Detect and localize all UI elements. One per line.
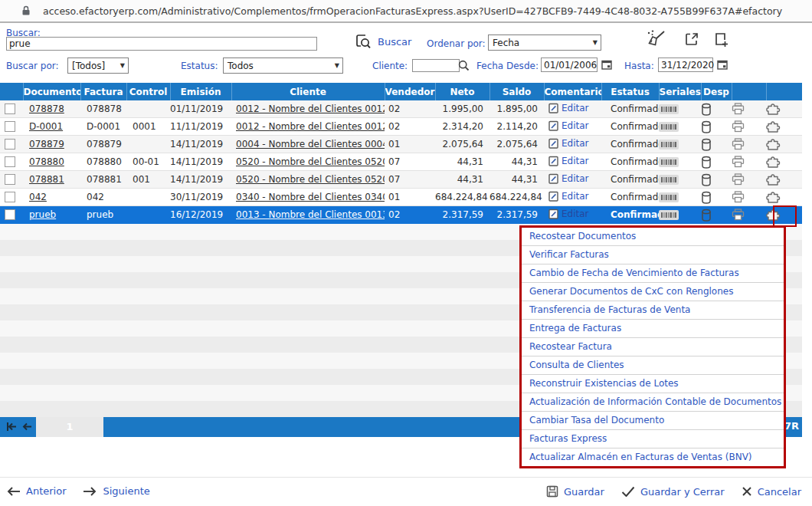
table-row[interactable]: 078881 078881 001 14/11/2019 0520 - Nomb… <box>0 171 802 189</box>
barcode-icon[interactable] <box>659 210 701 220</box>
documento-link[interactable]: D-0001 <box>29 121 63 132</box>
context-menu-item[interactable]: Generar Documentos de CxC con Renglones <box>522 283 784 301</box>
table-row[interactable]: 078879 078879 14/11/2019 0004 - Nombre d… <box>0 136 802 153</box>
context-menu-item[interactable]: Recostear Documentos <box>522 228 784 246</box>
row-checkbox[interactable] <box>5 174 15 185</box>
cliente-link[interactable]: 0520 - Nombre del Clientes 0520 <box>236 174 385 185</box>
header-vendedor[interactable]: Vendedor <box>385 83 435 100</box>
context-menu-item[interactable]: Entrega de Facturas <box>522 320 784 338</box>
editar-link[interactable]: Editar <box>548 156 589 166</box>
row-checkbox[interactable] <box>5 104 15 114</box>
context-menu-item[interactable]: Actualización de Información Contable de… <box>522 393 784 412</box>
documento-link[interactable]: 042 <box>29 192 47 202</box>
editar-link[interactable]: Editar <box>548 209 589 219</box>
cliente-link[interactable]: 0012 - Nombre del Clientes 0012 <box>236 104 385 114</box>
barcode-icon[interactable] <box>659 104 701 114</box>
prev-page-icon[interactable] <box>21 422 32 432</box>
header-control[interactable]: Control <box>126 83 170 100</box>
printer-icon[interactable] <box>732 156 766 168</box>
context-menu-item[interactable]: Consulta de Clientes <box>522 356 784 375</box>
table-row[interactable]: D-0001 D-0001 0001 11/11/2019 0012 - Nom… <box>0 118 802 136</box>
row-checkbox[interactable] <box>5 139 15 150</box>
database-icon[interactable] <box>701 156 732 169</box>
row-checkbox[interactable] <box>5 121 15 132</box>
header-emision[interactable]: Emisión <box>170 83 231 100</box>
printer-icon[interactable] <box>732 138 766 150</box>
header-cliente[interactable]: Cliente <box>231 83 385 100</box>
fecha-desde-input[interactable]: 01/01/2006 <box>541 58 598 72</box>
fecha-desde-calendar-button[interactable] <box>601 59 612 70</box>
new-document-button[interactable] <box>713 31 729 48</box>
puzzle-icon[interactable] <box>766 190 802 204</box>
puzzle-icon[interactable] <box>766 137 802 151</box>
database-icon[interactable] <box>701 120 732 133</box>
context-menu-item[interactable]: Cambio de Fecha de Vencimiento de Factur… <box>522 264 784 283</box>
cancelar-button[interactable]: Cancelar <box>742 486 801 498</box>
cliente-link[interactable]: 0340 - Nombre del Clientes 0340 <box>236 192 385 202</box>
context-menu-item[interactable]: Verificar Facturas <box>522 246 784 264</box>
hasta-calendar-button[interactable] <box>717 59 728 70</box>
header-neto[interactable]: Neto <box>435 83 489 100</box>
row-checkbox[interactable] <box>5 156 15 167</box>
cliente-link[interactable]: 0012 - Nombre del Clientes 0012 <box>236 121 385 132</box>
header-saldo[interactable]: Saldo <box>489 83 544 100</box>
header-seriales[interactable]: Seriales <box>659 83 701 100</box>
documento-link[interactable]: 078880 <box>29 156 64 167</box>
editar-link[interactable]: Editar <box>548 103 589 113</box>
editar-link[interactable]: Editar <box>548 120 589 131</box>
ordenar-select[interactable]: Fecha ▼ <box>488 34 601 51</box>
cliente-input[interactable] <box>412 59 460 72</box>
table-row[interactable]: 042 042 30/11/2019 0340 - Nombre del Cli… <box>0 189 802 206</box>
printer-icon[interactable] <box>732 191 766 203</box>
documento-link[interactable]: 078881 <box>29 174 64 185</box>
clean-filters-button[interactable] <box>646 29 666 48</box>
cliente-link[interactable]: 0013 - Nombre del Clientes 0013 <box>236 209 385 220</box>
row-checkbox[interactable] <box>5 209 15 220</box>
estatus-select[interactable]: Todos ▼ <box>223 58 343 74</box>
context-menu-item[interactable]: Cambiar Tasa del Documento <box>522 412 784 430</box>
header-comentario[interactable]: Comentario <box>544 83 601 100</box>
barcode-icon[interactable] <box>659 192 701 202</box>
context-menu-item[interactable]: Reconstruir Existencias de Lotes <box>522 375 784 393</box>
table-row[interactable]: 078880 078880 00-01 14/11/2019 0520 - No… <box>0 153 802 171</box>
buscar-button[interactable]: Buscar <box>355 33 411 50</box>
barcode-icon[interactable] <box>659 157 701 167</box>
printer-icon[interactable] <box>732 209 766 221</box>
barcode-icon[interactable] <box>659 140 701 150</box>
search-input[interactable] <box>6 37 317 51</box>
buscar-por-select[interactable]: [Todos] ▼ <box>67 58 129 74</box>
puzzle-icon[interactable] <box>766 172 802 186</box>
documento-link[interactable]: 078878 <box>29 104 64 114</box>
browser-address-bar[interactable]: acceso.efactoryerp.com/Administrativo/Co… <box>0 0 812 23</box>
context-menu-item[interactable]: Transferencia de Facturas de Venta <box>522 301 784 320</box>
table-row[interactable]: 078878 078878 01/11/2019 0012 - Nombre d… <box>0 100 802 118</box>
barcode-icon[interactable] <box>659 175 701 185</box>
first-page-icon[interactable] <box>5 422 18 432</box>
editar-link[interactable]: Editar <box>548 173 589 184</box>
anterior-button[interactable]: Anterior <box>6 485 66 497</box>
table-row[interactable]: prueb prueb 16/12/2019 0013 - Nombre del… <box>0 206 802 224</box>
printer-icon[interactable] <box>732 103 766 115</box>
cliente-link[interactable]: 0004 - Nombre del Clientes 0004 <box>236 139 385 150</box>
puzzle-icon[interactable] <box>766 155 802 169</box>
context-menu-item[interactable]: Recostear Factura <box>522 338 784 356</box>
cliente-link[interactable]: 0520 - Nombre del Clientes 0520 <box>236 156 385 167</box>
hasta-input[interactable]: 31/12/2020 <box>658 58 713 72</box>
printer-icon[interactable] <box>732 120 766 133</box>
open-window-button[interactable] <box>684 31 699 47</box>
database-icon[interactable] <box>701 173 732 186</box>
guardar-button[interactable]: Guardar <box>546 485 604 498</box>
puzzle-icon[interactable] <box>766 102 802 116</box>
header-documento[interactable]: Documento <box>23 83 80 100</box>
header-factura[interactable]: Factura <box>80 83 126 100</box>
database-icon[interactable] <box>701 103 732 116</box>
database-icon[interactable] <box>701 191 732 204</box>
header-estatus[interactable]: Estatus <box>601 83 659 100</box>
editar-link[interactable]: Editar <box>548 138 589 149</box>
printer-icon[interactable] <box>732 173 766 186</box>
row-checkbox[interactable] <box>5 192 15 202</box>
puzzle-icon[interactable] <box>766 120 802 133</box>
context-menu-item[interactable]: Facturas Express <box>522 430 784 449</box>
database-icon[interactable] <box>701 209 732 222</box>
page-number[interactable]: 1 <box>36 417 103 437</box>
